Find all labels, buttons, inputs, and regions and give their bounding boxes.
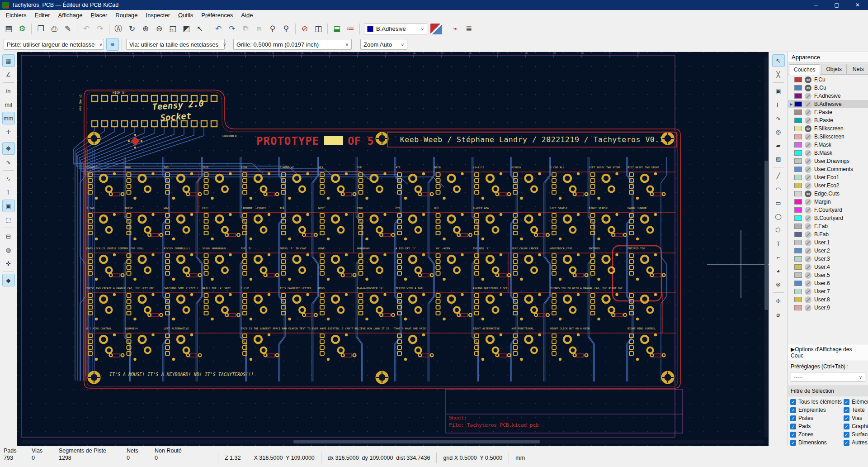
grid-combo[interactable]: Grille: 0.5000 mm (0.0197 inch) ∨ (233, 39, 352, 50)
menu-routage[interactable]: Routage (111, 10, 142, 20)
draw-arc-tool[interactable]: ◠ (772, 183, 785, 195)
add-rule-area-tool[interactable]: ▨ (772, 152, 785, 165)
layer-row-user-6[interactable]: User.6 (788, 279, 868, 287)
layer-row-user-eco2[interactable]: User.Eco2 (788, 181, 868, 190)
layer-color-swatch[interactable] (794, 158, 802, 164)
paste-special-button[interactable]: ⧉ (239, 23, 252, 35)
undo-disabled-button[interactable]: ↶ (80, 23, 93, 35)
layer-row-f-silkscreen[interactable]: F.Silkscreen (788, 124, 868, 133)
zoom-in-button[interactable]: ⊕ (139, 23, 152, 35)
filter-graphi[interactable]: ✓Graphi (844, 423, 868, 429)
units-mm-toggle[interactable]: mm (2, 112, 15, 124)
eye-closed-icon[interactable] (805, 166, 811, 173)
eye-closed-icon[interactable] (805, 142, 811, 148)
eye-closed-icon[interactable] (805, 223, 811, 230)
layer-color-swatch[interactable] (794, 248, 802, 253)
add-dimension-tool[interactable]: ⌐ (772, 251, 785, 263)
eye-closed-icon[interactable] (805, 231, 811, 238)
local-ratsnest-tool[interactable]: ╳ (772, 68, 785, 81)
board-setup-button[interactable]: ⚙ (16, 23, 28, 35)
via-size-combo[interactable]: Via: utiliser la taille des netclasses ∨ (126, 39, 225, 50)
layer-color-swatch[interactable] (794, 183, 802, 188)
layer-row-user-4[interactable]: User.4 (788, 263, 868, 271)
eye-closed-icon[interactable] (805, 280, 811, 287)
layer-row-b-cu[interactable]: B.Cu (788, 84, 868, 92)
align-target-tool[interactable]: ◕ (772, 264, 785, 277)
filter-texte[interactable]: ✓Texte (844, 407, 868, 413)
layer-color-swatch[interactable] (794, 224, 802, 229)
layer-row-f-mask[interactable]: F.Mask (788, 141, 868, 149)
eye-closed-icon[interactable] (805, 199, 811, 205)
layer-row-edge-cuts[interactable]: Edge.Cuts (788, 190, 868, 198)
menu-preferences[interactable]: Préférences (197, 10, 237, 20)
save-button[interactable]: ▤ (2, 23, 15, 35)
eye-open-icon[interactable] (805, 85, 811, 91)
layer-color-swatch[interactable] (794, 77, 802, 82)
layer-color-swatch[interactable] (794, 134, 802, 139)
curved-ratsnest-toggle[interactable]: ∿ (2, 156, 15, 168)
eye-closed-icon[interactable] (805, 109, 811, 116)
cursor-style-toggle[interactable]: ✛ (2, 125, 15, 138)
layer-color-swatch[interactable] (794, 215, 802, 221)
filter-surface[interactable]: ✓Surface (844, 431, 868, 438)
net-highlight-toggle[interactable]: ϟ (2, 172, 15, 185)
menu-editer[interactable]: Editer (31, 10, 54, 20)
layer-color-swatch[interactable] (794, 93, 802, 99)
select-tool[interactable]: ↖ (772, 54, 785, 67)
layer-color-swatch[interactable] (794, 191, 802, 196)
eye-open-icon[interactable] (805, 76, 811, 83)
menu-aide[interactable]: Aide (237, 10, 257, 20)
auto-track-width-toggle[interactable]: ≡ (106, 38, 119, 51)
route-diff-pair-tool[interactable]: ∿ (772, 112, 785, 124)
zoom-redraw-button[interactable]: ↻ (126, 23, 138, 35)
eye-closed-icon[interactable] (805, 264, 811, 271)
update-pcb-button[interactable]: ⬓ (330, 23, 343, 35)
layer-row-user-eco1[interactable]: User.Eco1 (788, 173, 868, 181)
layer-row-f-cu[interactable]: F.Cu (788, 76, 868, 84)
draw-polygon-tool[interactable]: ⭔ (772, 224, 785, 236)
zoom-fit-page-button[interactable]: ◱ (166, 23, 179, 35)
add-via-tool[interactable]: ◎ (772, 125, 785, 138)
layer-color-swatch[interactable] (794, 207, 802, 213)
layer-color-swatch[interactable] (794, 175, 802, 180)
layer-row-user-2[interactable]: User.2 (788, 247, 868, 255)
filter-pads[interactable]: ✓Pads (790, 423, 844, 429)
layer-row-user-9[interactable]: User.9 (788, 304, 868, 312)
filter-elemen[interactable]: ✓Élémen (844, 399, 868, 405)
pcb-drawing[interactable]: 12345678910111213141516171819202122ESCAP… (17, 52, 769, 446)
filter-autres[interactable]: ✓Autres (844, 439, 868, 446)
draw-line-tool[interactable]: ╱ (772, 169, 785, 182)
add-zone-tool[interactable]: ▰ (772, 139, 785, 152)
polar-coords-toggle[interactable]: ∠ (2, 68, 15, 81)
delete-tool[interactable]: ⊗ (772, 278, 785, 291)
layer-color-swatch[interactable] (794, 272, 802, 278)
eye-closed-icon[interactable] (805, 158, 811, 165)
layer-row-user-8[interactable]: User.8 (788, 295, 868, 304)
add-footprint-tool[interactable]: ▣ (772, 85, 785, 97)
eye-closed-icon[interactable] (805, 101, 811, 108)
layer-color-swatch[interactable] (794, 289, 802, 294)
high-contrast-toggle[interactable]: ◆ (2, 274, 15, 286)
tab-nets[interactable]: Nets (848, 64, 868, 74)
grid-dots-toggle[interactable]: ▦ (2, 54, 15, 67)
footprint-visibility-toggle[interactable]: ⊟ (2, 230, 15, 243)
layer-row-b-silkscreen[interactable]: B.Silkscreen (788, 133, 868, 141)
footprint-outline-toggle[interactable]: ▣ (2, 200, 15, 212)
eye-closed-icon[interactable] (805, 272, 811, 279)
eye-open-icon[interactable] (805, 125, 811, 132)
layer-color-swatch[interactable] (794, 126, 802, 131)
lock-button[interactable]: ⚲ (266, 23, 279, 35)
filter-zones[interactable]: ✓Zones (790, 431, 844, 438)
eye-open-icon[interactable] (805, 191, 811, 197)
layer-color-swatch[interactable] (794, 150, 802, 156)
layer-row-user-comments[interactable]: User.Comments (788, 165, 868, 173)
route-tracks-tool[interactable]: Г (772, 98, 785, 111)
layer-row-f-fab[interactable]: F.Fab (788, 222, 868, 230)
eye-closed-icon[interactable] (805, 288, 811, 295)
scripting-console-button[interactable]: ≣ (462, 23, 475, 35)
zoom-out-button[interactable]: ⊖ (153, 23, 165, 35)
redo-disabled-button[interactable]: ↷ (94, 23, 106, 35)
filter-dimensions[interactable]: ✓Dimensions (790, 439, 844, 446)
layer-color-swatch[interactable] (794, 305, 802, 310)
hide-ratsnest-button[interactable]: ⊘ (298, 23, 311, 35)
